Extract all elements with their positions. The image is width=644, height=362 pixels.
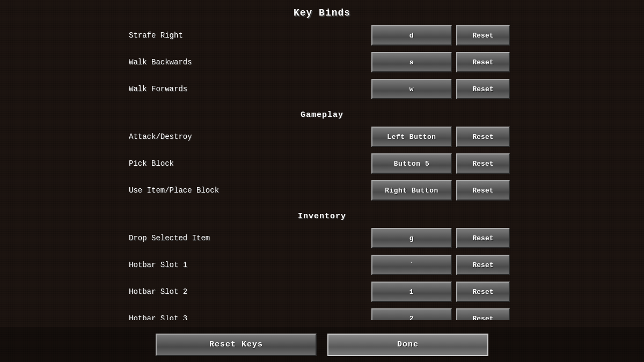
keybind-row-walk-forwards: Walk Forwards w Reset	[123, 76, 521, 102]
reset-button-attack-destroy[interactable]: Reset	[456, 127, 510, 147]
keybind-buttons-walk-backwards: s Reset	[371, 52, 510, 72]
reset-button-hotbar-2[interactable]: Reset	[456, 282, 510, 302]
reset-button-pick-block[interactable]: Reset	[456, 153, 510, 174]
key-button-walk-forwards[interactable]: w	[371, 79, 452, 99]
keybind-buttons-drop-item: g Reset	[371, 228, 510, 248]
keybind-buttons-pick-block: Button 5 Reset	[371, 153, 510, 174]
keybind-label-hotbar-1: Hotbar Slot 1	[123, 261, 371, 269]
key-button-drop-item[interactable]: g	[371, 228, 452, 248]
keybinds-inner: Strafe Right d Reset Walk Backwards s Re…	[113, 23, 531, 320]
keybind-buttons-strafe-right: d Reset	[371, 25, 510, 46]
reset-button-walk-forwards[interactable]: Reset	[456, 79, 510, 99]
keybind-label-walk-forwards: Walk Forwards	[123, 85, 371, 93]
keybind-label-hotbar-2: Hotbar Slot 2	[123, 287, 371, 296]
keybind-row-hotbar-1: Hotbar Slot 1 ` Reset	[123, 252, 521, 278]
keybind-row-drop-item: Drop Selected Item g Reset	[123, 225, 521, 251]
keybind-label-drop-item: Drop Selected Item	[123, 234, 371, 242]
key-button-use-item[interactable]: Right Button	[371, 180, 452, 201]
reset-button-strafe-right[interactable]: Reset	[456, 25, 510, 46]
keybind-row-strafe-right: Strafe Right d Reset	[123, 23, 521, 48]
reset-button-hotbar-1[interactable]: Reset	[456, 255, 510, 275]
reset-button-hotbar-3[interactable]: Reset	[456, 308, 510, 320]
key-button-hotbar-1[interactable]: `	[371, 255, 452, 275]
keybind-row-pick-block: Pick Block Button 5 Reset	[123, 151, 521, 176]
keybind-label-walk-backwards: Walk Backwards	[123, 58, 371, 67]
reset-button-drop-item[interactable]: Reset	[456, 228, 510, 248]
done-button[interactable]: Done	[327, 334, 488, 356]
keybind-buttons-hotbar-1: ` Reset	[371, 255, 510, 275]
keybind-label-strafe-right: Strafe Right	[123, 31, 371, 40]
keybind-buttons-use-item: Right Button Reset	[371, 180, 510, 201]
key-button-hotbar-2[interactable]: 1	[371, 282, 452, 302]
category-header-gameplay: Gameplay	[123, 103, 521, 124]
keybinds-panel: Strafe Right d Reset Walk Backwards s Re…	[113, 23, 531, 320]
keybind-row-attack-destroy: Attack/Destroy Left Button Reset	[123, 124, 521, 150]
keybind-row-use-item: Use Item/Place Block Right Button Reset	[123, 178, 521, 203]
key-button-strafe-right[interactable]: d	[371, 25, 452, 46]
keybind-row-hotbar-2: Hotbar Slot 2 1 Reset	[123, 279, 521, 305]
reset-button-use-item[interactable]: Reset	[456, 180, 510, 201]
keybind-buttons-hotbar-2: 1 Reset	[371, 282, 510, 302]
page-title: Key Binds	[0, 0, 644, 23]
keybind-label-pick-block: Pick Block	[123, 159, 371, 168]
keybind-label-attack-destroy: Attack/Destroy	[123, 132, 371, 141]
key-button-attack-destroy[interactable]: Left Button	[371, 127, 452, 147]
main-content: Strafe Right d Reset Walk Backwards s Re…	[0, 23, 644, 336]
key-button-pick-block[interactable]: Button 5	[371, 153, 452, 174]
keybind-label-hotbar-3: Hotbar Slot 3	[123, 314, 371, 320]
keybind-buttons-walk-forwards: w Reset	[371, 79, 510, 99]
reset-button-walk-backwards[interactable]: Reset	[456, 52, 510, 72]
scroll-container[interactable]: Strafe Right d Reset Walk Backwards s Re…	[113, 23, 531, 320]
keybind-label-use-item: Use Item/Place Block	[123, 186, 371, 195]
keybind-row-hotbar-3: Hotbar Slot 3 2 Reset	[123, 306, 521, 320]
reset-keys-button[interactable]: Reset Keys	[156, 334, 317, 356]
bottom-bar: Reset Keys Done	[0, 327, 644, 362]
category-header-inventory: Inventory	[123, 204, 521, 225]
key-button-hotbar-3[interactable]: 2	[371, 308, 452, 320]
keybind-row-walk-backwards: Walk Backwards s Reset	[123, 49, 521, 75]
keybind-buttons-attack-destroy: Left Button Reset	[371, 127, 510, 147]
key-button-walk-backwards[interactable]: s	[371, 52, 452, 72]
keybind-buttons-hotbar-3: 2 Reset	[371, 308, 510, 320]
